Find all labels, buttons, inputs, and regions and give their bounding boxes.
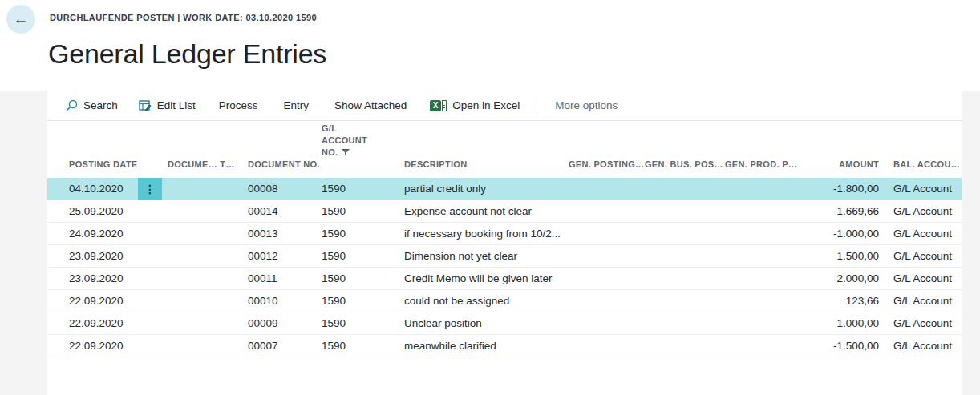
cell-gl-account-no[interactable]: 1590 [320, 228, 404, 240]
cell-posting-date[interactable]: 23.09.2020 [47, 272, 138, 284]
cell-document-no[interactable]: 00011 [240, 272, 320, 284]
cell-document-no[interactable]: 00009 [240, 317, 320, 329]
list-card: Search Edit List Process Entry [47, 91, 962, 395]
table-row[interactable]: 22.09.2020 ⋮ 00010 1590 could not be ass… [47, 290, 962, 312]
cell-gl-account-no[interactable]: 1590 [320, 205, 404, 217]
table-row[interactable]: 22.09.2020 ⋮ 00009 1590 Unclear position… [47, 312, 962, 335]
cell-document-no[interactable]: 00007 [240, 340, 320, 352]
column-header-gl-account-no[interactable]: G/L ACCOUNT NO. [320, 111, 404, 171]
cell-document-no[interactable]: 00008 [240, 183, 320, 195]
row-context-menu-button[interactable]: ⋮ [138, 178, 162, 200]
process-menu[interactable]: Process [206, 91, 271, 120]
cell-amount[interactable]: 1.669,66 [801, 205, 879, 217]
cell-menu: ⋮ [138, 268, 162, 290]
cell-amount[interactable]: 2.000,00 [801, 272, 879, 284]
cell-amount[interactable]: 1.500,00 [801, 250, 879, 262]
gl-account-label: G/L ACCOUNT [322, 123, 367, 145]
cell-posting-date[interactable]: 04.10.2020 [47, 183, 138, 195]
cell-posting-date[interactable]: 22.09.2020 [47, 295, 138, 307]
open-in-excel-label: Open in Excel [452, 99, 520, 111]
cell-description[interactable]: Dimension not yet clear [404, 250, 569, 262]
search-button[interactable]: Search [55, 91, 128, 120]
cell-posting-date[interactable]: 24.09.2020 [47, 228, 138, 240]
cell-amount[interactable]: 123,66 [801, 295, 879, 307]
cell-document-no[interactable]: 00013 [240, 228, 320, 240]
cell-amount[interactable]: 1.000,00 [801, 317, 879, 329]
search-label: Search [83, 99, 118, 111]
edit-list-icon [139, 99, 152, 111]
cell-gl-account-no[interactable]: 1590 [320, 183, 404, 195]
cell-menu: ⋮ [138, 178, 162, 200]
cell-amount[interactable]: -1.500,00 [801, 340, 879, 352]
column-header-document-no[interactable]: DOCUMENT NO. [240, 159, 320, 171]
page-header: ← DURCHLAUFENDE POSTEN | WORK DATE: 03.1… [0, 0, 980, 91]
cell-description[interactable]: could not be assigned [404, 295, 569, 307]
cell-gl-account-no[interactable]: 1590 [320, 295, 404, 307]
cell-bal-account-type[interactable]: G/L Account [893, 295, 962, 307]
cell-gl-account-no[interactable]: 1590 [320, 340, 404, 352]
cell-description[interactable]: if necessary booking from 10/2... [404, 228, 569, 240]
cell-bal-account-type[interactable]: G/L Account [893, 340, 962, 352]
cell-menu: ⋮ [138, 223, 162, 245]
cell-gl-account-no[interactable]: 1590 [320, 250, 404, 262]
breadcrumb[interactable]: DURCHLAUFENDE POSTEN | WORK DATE: 03.10.… [50, 13, 317, 22]
gl-account-label2: NO. [322, 147, 338, 159]
table-row[interactable]: 23.09.2020 ⋮ 00012 1590 Dimension not ye… [47, 245, 962, 268]
page-title: General Ledger Entries [48, 38, 326, 70]
column-header-gen-prod-posting-group[interactable]: GEN. PROD. POSTING GROUP [725, 159, 801, 171]
vertical-ellipsis-icon: ⋮ [144, 183, 156, 195]
cell-description[interactable]: partial credit only [404, 183, 569, 195]
cell-amount[interactable]: -1.800,00 [801, 183, 879, 195]
cell-document-no[interactable]: 00012 [240, 250, 320, 262]
cell-gl-account-no[interactable]: 1590 [320, 317, 404, 329]
table-body: 04.10.2020 ⋮ 00008 1590 partial credit o… [47, 178, 962, 357]
column-header-posting-date[interactable]: POSTING DATE [47, 159, 138, 171]
cell-menu: ⋮ [138, 245, 162, 268]
back-arrow-icon: ← [14, 11, 29, 26]
column-header-bal-account-type[interactable]: BAL. ACCOUNT TYPE [893, 159, 962, 171]
edit-list-button[interactable]: Edit List [128, 91, 206, 120]
cell-posting-date[interactable]: 25.09.2020 [47, 205, 138, 217]
entry-menu[interactable]: Entry [271, 91, 322, 120]
cell-bal-account-type[interactable]: G/L Account [893, 228, 962, 240]
action-toolbar: Search Edit List Process Entry [47, 91, 962, 121]
cell-bal-account-type[interactable]: G/L Account [893, 183, 962, 195]
cell-description[interactable]: meanwhile clarified [404, 340, 569, 352]
cell-document-no[interactable]: 00014 [240, 205, 320, 217]
cell-posting-date[interactable]: 22.09.2020 [47, 340, 138, 352]
table-row[interactable]: 25.09.2020 ⋮ 00014 1590 Expense account … [47, 200, 962, 223]
cell-description[interactable]: Credit Memo will be given later [404, 272, 569, 284]
column-header-description[interactable]: DESCRIPTION [404, 159, 569, 171]
cell-bal-account-type[interactable]: G/L Account [893, 317, 962, 329]
column-header-gen-bus-posting-group[interactable]: GEN. BUS. POSTING GROUP [645, 159, 725, 171]
table-row[interactable]: 24.09.2020 ⋮ 00013 1590 if necessary boo… [47, 223, 962, 245]
cell-amount[interactable]: -1.000,00 [801, 228, 879, 240]
table-row[interactable]: 22.09.2020 ⋮ 00007 1590 meanwhile clarif… [47, 335, 962, 357]
more-options-button[interactable]: More options [544, 99, 629, 111]
back-button[interactable]: ← [6, 5, 35, 34]
column-header-document-type[interactable]: DOCUME… TYPE [162, 159, 240, 171]
app-window: ← DURCHLAUFENDE POSTEN | WORK DATE: 03.1… [0, 0, 980, 395]
cell-bal-account-type[interactable]: G/L Account [893, 272, 962, 284]
column-header-gen-posting-type[interactable]: GEN. POSTING TYPE [569, 159, 645, 171]
filter-icon [342, 149, 350, 156]
edit-list-label: Edit List [157, 99, 196, 111]
column-header-menu-spacer [138, 148, 162, 171]
cell-posting-date[interactable]: 23.09.2020 [47, 250, 138, 262]
process-label: Process [219, 99, 258, 111]
content-panel: Search Edit List Process Entry [0, 91, 980, 395]
cell-bal-account-type[interactable]: G/L Account [893, 250, 962, 262]
cell-posting-date[interactable]: 22.09.2020 [47, 317, 138, 329]
table-row[interactable]: 04.10.2020 ⋮ 00008 1590 partial credit o… [47, 178, 962, 200]
cell-description[interactable]: Expense account not clear [404, 205, 569, 217]
cell-menu: ⋮ [138, 290, 162, 312]
open-in-excel-button[interactable]: X Open in Excel [419, 91, 530, 120]
cell-description[interactable]: Unclear position [404, 317, 569, 329]
cell-gl-account-no[interactable]: 1590 [320, 272, 404, 284]
search-icon [66, 99, 78, 111]
cell-document-no[interactable]: 00010 [240, 295, 320, 307]
cell-menu: ⋮ [138, 335, 162, 357]
cell-bal-account-type[interactable]: G/L Account [893, 205, 962, 217]
table-row[interactable]: 23.09.2020 ⋮ 00011 1590 Credit Memo will… [47, 268, 962, 290]
column-header-amount[interactable]: AMOUNT [801, 159, 879, 171]
